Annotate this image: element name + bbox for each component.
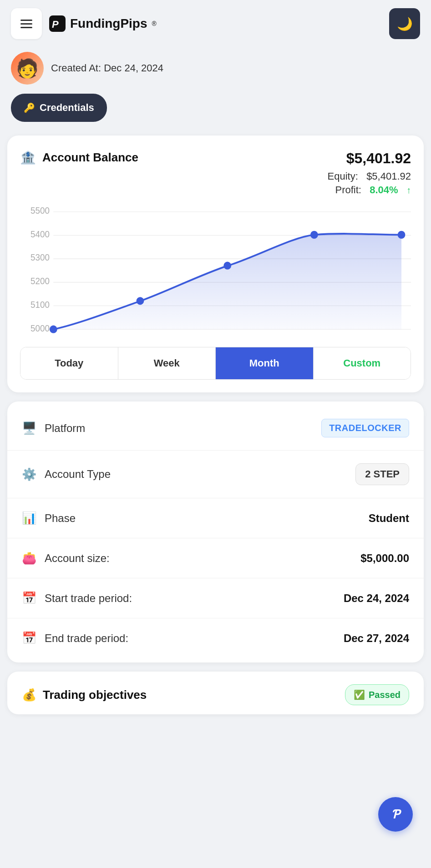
profit-row: Profit: 8.04% ↑ bbox=[20, 184, 411, 196]
logo-text: FundingPips bbox=[70, 16, 147, 31]
passed-label: Passed bbox=[369, 690, 401, 700]
passed-badge: ✅ Passed bbox=[345, 684, 409, 705]
phase-label-text: Phase bbox=[45, 512, 76, 525]
week-button[interactable]: Week bbox=[118, 347, 216, 379]
key-icon: 🔑 bbox=[24, 102, 35, 113]
account-balance-card: 🏦 Account Balance $5,401.92 Equity: $5,4… bbox=[7, 135, 424, 392]
today-button[interactable]: Today bbox=[20, 347, 118, 379]
credentials-label: Credentials bbox=[40, 102, 94, 114]
chart-svg: 5500 5400 5300 5200 5100 5000 bbox=[20, 207, 411, 334]
svg-text:5500: 5500 bbox=[30, 207, 50, 216]
phase-value: Student bbox=[369, 512, 409, 525]
equity-row: Equity: $5,401.92 bbox=[20, 171, 411, 182]
phase-label: 📊 Phase bbox=[22, 511, 76, 525]
profit-value: 8.04% bbox=[370, 184, 398, 196]
trading-objectives-row: 💰 Trading objectives ✅ Passed bbox=[7, 672, 424, 714]
equity-label: Equity: bbox=[328, 171, 358, 182]
start-trade-value: Dec 24, 2024 bbox=[344, 592, 409, 605]
platform-row: 🖥️ Platform TRADELOCKER bbox=[7, 406, 424, 451]
phase-icon: 📊 bbox=[22, 511, 36, 525]
end-trade-label: 📅 End trade period: bbox=[22, 631, 128, 645]
balance-title: 🏦 Account Balance bbox=[20, 150, 138, 165]
account-size-label: 👛 Account size: bbox=[22, 551, 110, 565]
credentials-button[interactable]: 🔑 Credentials bbox=[11, 94, 107, 122]
platform-icon: 🖥️ bbox=[22, 421, 36, 435]
platform-label-text: Platform bbox=[45, 422, 85, 435]
fab-button[interactable]: Ƥ bbox=[378, 797, 413, 832]
created-at: Created At: Dec 24, 2024 bbox=[51, 62, 163, 74]
account-type-label: ⚙️ Account Type bbox=[22, 467, 111, 482]
balance-amount: $5,401.92 bbox=[346, 150, 411, 167]
account-size-icon: 👛 bbox=[22, 551, 36, 565]
check-icon: ✅ bbox=[354, 689, 365, 700]
chart-area-fill bbox=[53, 234, 401, 329]
svg-text:P: P bbox=[52, 19, 59, 30]
balance-details: Equity: $5,401.92 Profit: 8.04% ↑ bbox=[20, 171, 411, 196]
moon-icon: 🌙 bbox=[397, 16, 413, 31]
account-size-value: $5,000.00 bbox=[360, 552, 409, 565]
bank-icon: 🏦 bbox=[20, 150, 36, 165]
phase-row: 📊 Phase Student bbox=[7, 498, 424, 538]
logo-icon: P bbox=[49, 15, 66, 32]
svg-text:5000: 5000 bbox=[30, 323, 50, 333]
custom-button[interactable]: Custom bbox=[314, 347, 411, 379]
svg-text:5200: 5200 bbox=[30, 276, 50, 286]
chart-point bbox=[223, 262, 231, 270]
dark-mode-button[interactable]: 🌙 bbox=[389, 8, 420, 39]
account-type-label-text: Account Type bbox=[45, 468, 111, 481]
objectives-title: 💰 Trading objectives bbox=[22, 688, 147, 702]
header-left: P FundingPips ® bbox=[11, 8, 157, 39]
start-trade-label-text: Start trade period: bbox=[45, 592, 132, 605]
objectives-icon: 💰 bbox=[22, 688, 36, 702]
objectives-title-text: Trading objectives bbox=[43, 688, 147, 702]
end-trade-value: Dec 27, 2024 bbox=[344, 632, 409, 645]
avatar: 🧑 bbox=[11, 52, 44, 85]
platform-label: 🖥️ Platform bbox=[22, 421, 85, 435]
balance-title-text: Account Balance bbox=[42, 151, 138, 165]
svg-text:5400: 5400 bbox=[30, 230, 50, 239]
chart-point bbox=[137, 297, 144, 305]
profit-label: Profit: bbox=[335, 184, 361, 196]
end-calendar-icon: 📅 bbox=[22, 631, 36, 645]
header: P FundingPips ® 🌙 bbox=[0, 0, 431, 47]
account-type-icon: ⚙️ bbox=[22, 467, 36, 482]
end-trade-row: 📅 End trade period: Dec 27, 2024 bbox=[7, 618, 424, 658]
chart-point bbox=[50, 326, 57, 333]
profile-row: 🧑 Created At: Dec 24, 2024 bbox=[0, 47, 431, 94]
start-trade-label: 📅 Start trade period: bbox=[22, 591, 132, 605]
menu-button[interactable] bbox=[11, 8, 42, 39]
logo-area: P FundingPips ® bbox=[49, 15, 157, 32]
account-type-value: 2 STEP bbox=[355, 463, 409, 485]
chart-point bbox=[310, 231, 318, 239]
account-size-row: 👛 Account size: $5,000.00 bbox=[7, 538, 424, 578]
avatar-emoji: 🧑 bbox=[16, 58, 39, 79]
svg-text:5300: 5300 bbox=[30, 253, 50, 262]
account-size-label-text: Account size: bbox=[45, 552, 110, 565]
hamburger-icon bbox=[20, 20, 32, 28]
balance-header: 🏦 Account Balance $5,401.92 bbox=[20, 150, 411, 167]
up-arrow-icon: ↑ bbox=[406, 185, 411, 195]
start-calendar-icon: 📅 bbox=[22, 591, 36, 605]
svg-text:5100: 5100 bbox=[30, 300, 50, 310]
month-button[interactable]: Month bbox=[216, 347, 314, 379]
platform-value: TRADELOCKER bbox=[321, 419, 409, 437]
fab-icon: Ƥ bbox=[392, 808, 400, 822]
info-card: 🖥️ Platform TRADELOCKER ⚙️ Account Type … bbox=[7, 401, 424, 662]
equity-value: $5,401.92 bbox=[366, 171, 411, 182]
time-filters: Today Week Month Custom bbox=[20, 347, 411, 380]
chart-point bbox=[398, 231, 406, 239]
logo-reg: ® bbox=[152, 20, 157, 27]
account-type-row: ⚙️ Account Type 2 STEP bbox=[7, 451, 424, 498]
balance-chart: 5500 5400 5300 5200 5100 5000 bbox=[20, 207, 411, 334]
start-trade-row: 📅 Start trade period: Dec 24, 2024 bbox=[7, 578, 424, 618]
end-trade-label-text: End trade period: bbox=[45, 632, 128, 645]
